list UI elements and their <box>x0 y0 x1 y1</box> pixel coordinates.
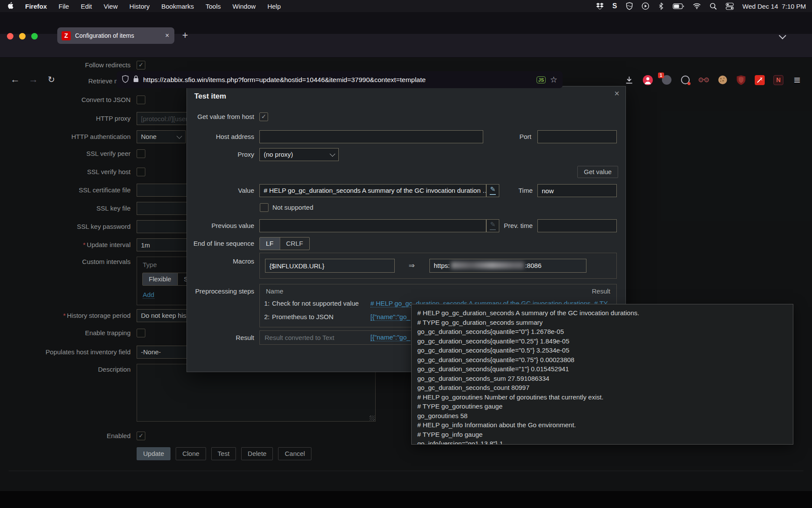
lock-icon[interactable] <box>133 75 139 84</box>
eol-segmented: LF CRLF <box>259 237 310 250</box>
new-tab-button[interactable]: + <box>182 30 188 40</box>
macro-arrow-icon: ⇒ <box>403 261 420 270</box>
menubar-clock[interactable]: Wed Dec 14 7:10 PM <box>743 3 806 10</box>
play-circle-icon[interactable] <box>642 2 649 10</box>
preprocessing-label: Preprocessing steps <box>187 287 254 296</box>
result-link[interactable]: [{"name":"go_ <box>370 333 410 341</box>
time-label: Time <box>486 184 533 197</box>
get-value-from-host-checkbox[interactable]: ✓ <box>259 112 268 121</box>
preprocessing-name-header: Name <box>266 287 283 295</box>
tooltip-line: go_gc_duration_seconds{quantile="0.75"} … <box>417 355 787 365</box>
browser-tab[interactable]: Z Configuration of items × <box>57 27 174 44</box>
result-label: Result <box>187 330 254 345</box>
time-input[interactable] <box>537 184 617 197</box>
eol-lf-option[interactable]: LF <box>260 238 280 250</box>
macro-value-input[interactable]: https::8086 <box>429 259 586 273</box>
menu-edit[interactable]: Edit <box>81 3 92 10</box>
wand-extension-icon[interactable] <box>754 75 765 86</box>
menu-hamburger-icon[interactable]: ≡ <box>792 75 802 86</box>
proxy-select[interactable]: (no proxy) <box>259 148 339 161</box>
spotlight-search-icon[interactable] <box>710 3 717 10</box>
macro-name-input[interactable] <box>265 259 395 273</box>
macros-label: Macros <box>187 257 254 266</box>
menu-bookmarks[interactable]: Bookmarks <box>161 3 194 10</box>
value-preview-tooltip: # HELP go_gc_duration_seconds A summary … <box>411 304 793 445</box>
shield-status-icon[interactable] <box>626 2 633 10</box>
host-address-label: Host address <box>187 130 254 143</box>
prev-time-input[interactable] <box>537 219 617 232</box>
modal-close-icon[interactable]: × <box>614 89 619 98</box>
menu-firefox[interactable]: Firefox <box>25 3 47 10</box>
ublock-extension-icon[interactable] <box>736 75 747 86</box>
tooltip-line: go_gc_duration_seconds{quantile="1"} 0.0… <box>417 364 787 374</box>
proxy-label: Proxy <box>187 148 254 161</box>
apple-icon[interactable] <box>7 2 13 11</box>
tooltip-line: go_gc_duration_seconds_sum 27.591086334 <box>417 374 787 383</box>
profile-extension-icon[interactable] <box>642 75 653 86</box>
result-hint: Result converted to Text <box>265 331 334 344</box>
bluetooth-icon[interactable] <box>658 2 664 10</box>
window-minimize-button[interactable] <box>19 33 26 40</box>
step-number: 1: <box>264 300 270 307</box>
tooltip-line: go_gc_duration_seconds_count 80997 <box>417 383 787 393</box>
step-result-link[interactable]: [{"name":"go_ <box>370 313 410 321</box>
window-zoom-button[interactable] <box>31 33 38 40</box>
screen: Firefox File Edit View History Bookmarks… <box>0 0 812 508</box>
menu-window[interactable]: Window <box>232 3 255 10</box>
modal-title: Test item <box>194 92 226 101</box>
tooltip-line: go_gc_duration_seconds{quantile="0.25"} … <box>417 336 787 346</box>
url-text[interactable]: https://zabbix.sfio.win/items.php?form=u… <box>143 76 426 84</box>
tooltip-line: # HELP go_info Information about the Go … <box>417 420 787 430</box>
extension-badge: 1 <box>658 73 664 78</box>
privacy-mask-extension-icon[interactable] <box>680 75 691 86</box>
port-input[interactable] <box>537 130 617 143</box>
tooltip-line: # HELP go_goroutines Number of goroutine… <box>417 393 787 402</box>
tooltip-line: # TYPE go_gc_duration_seconds summary <box>417 318 787 327</box>
menu-file[interactable]: File <box>59 3 69 10</box>
control-center-icon[interactable] <box>726 3 734 10</box>
not-supported-checkbox[interactable] <box>260 203 268 212</box>
eol-crlf-option[interactable]: CRLF <box>280 238 309 250</box>
tracking-shield-icon[interactable] <box>122 75 129 85</box>
bookmark-star-icon[interactable]: ☆ <box>550 76 557 84</box>
dropbox-icon[interactable] <box>596 3 604 10</box>
glasses-extension-icon[interactable] <box>698 75 709 86</box>
port-label: Port <box>486 130 531 143</box>
extension-toolbar: 1 N ≡ <box>624 72 802 88</box>
container-extension-icon[interactable]: 1 <box>661 75 672 86</box>
battery-icon[interactable] <box>673 3 684 9</box>
value-input[interactable]: # HELP go_gc_duration_seconds A summary … <box>259 184 486 197</box>
back-icon[interactable]: ← <box>10 75 20 84</box>
value-label: Value <box>187 184 254 197</box>
download-icon[interactable] <box>624 75 635 86</box>
macos-menubar: Firefox File Edit View History Bookmarks… <box>0 0 812 12</box>
window-close-button[interactable] <box>7 33 13 40</box>
wifi-icon[interactable] <box>693 3 701 9</box>
not-supported-label: Not supported <box>272 203 313 212</box>
tooltip-line: go_goroutines 58 <box>417 411 787 421</box>
js-badge-icon[interactable]: JS <box>537 76 546 83</box>
shottr-icon[interactable]: S <box>612 2 617 10</box>
noscript-extension-icon[interactable]: N <box>773 75 784 86</box>
forward-icon[interactable]: → <box>29 75 38 84</box>
reload-icon[interactable]: ↻ <box>48 75 55 84</box>
cookie-extension-icon[interactable] <box>717 75 728 86</box>
chevron-down-icon <box>330 151 335 157</box>
tooltip-line: go_gc_duration_seconds{quantile="0"} 1.2… <box>417 327 787 336</box>
prev-time-label: Prev. time <box>486 219 533 232</box>
menu-help[interactable]: Help <box>267 3 281 10</box>
url-bar[interactable]: https://zabbix.sfio.win/items.php?form=u… <box>117 71 563 88</box>
menu-history[interactable]: History <box>129 3 150 10</box>
preprocessing-result-header: Result <box>592 287 610 295</box>
get-value-button[interactable]: Get value <box>577 166 618 178</box>
step-name: Prometheus to JSON <box>272 313 334 320</box>
previous-value-label: Previous value <box>187 219 254 232</box>
tooltip-line: go_info{version="go1.13.8"} 1 <box>417 439 787 445</box>
tab-close-icon[interactable]: × <box>165 32 169 39</box>
menu-tools[interactable]: Tools <box>206 3 221 10</box>
previous-value-input[interactable] <box>259 219 486 232</box>
host-address-input[interactable] <box>259 130 483 143</box>
macros-box: ⇒ https::8086 <box>259 253 617 279</box>
menu-view[interactable]: View <box>104 3 118 10</box>
tab-list-chevron-icon[interactable] <box>780 32 785 40</box>
